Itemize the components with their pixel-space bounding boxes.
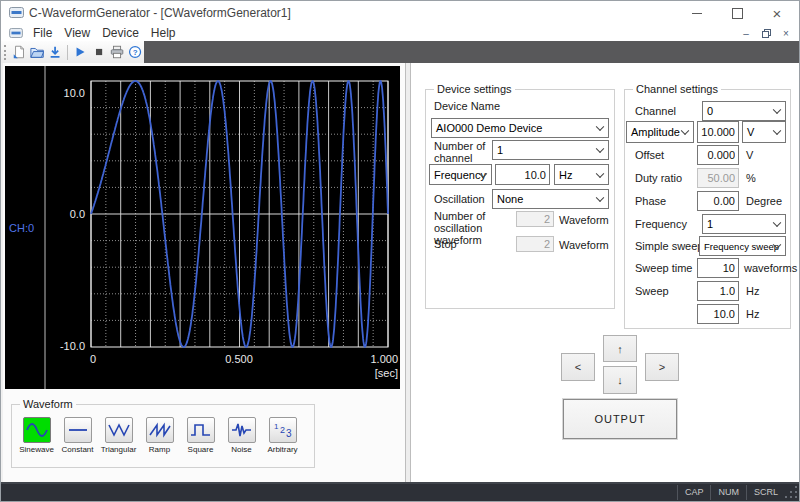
maximize-button[interactable] xyxy=(717,1,757,25)
triangular-button[interactable] xyxy=(105,417,133,443)
import-file-icon[interactable] xyxy=(48,44,62,60)
phase-label: Phase xyxy=(635,195,666,207)
stop-input xyxy=(516,236,554,252)
amplitude-mode-value: Amplitude xyxy=(631,126,680,138)
stop-icon[interactable] xyxy=(92,44,106,60)
maximize-icon xyxy=(732,8,743,19)
amplitude-unit-select[interactable]: V xyxy=(742,121,786,143)
number-of-channel-value: 1 xyxy=(497,144,503,156)
chevron-down-icon xyxy=(596,145,604,153)
chevron-down-icon xyxy=(596,123,604,131)
pan-left-button[interactable]: < xyxy=(561,353,595,381)
print-icon[interactable] xyxy=(110,44,124,60)
sweep-start-input[interactable] xyxy=(697,281,739,301)
square-wave-icon xyxy=(189,421,213,439)
amplitude-mode-select[interactable]: Amplitude xyxy=(626,121,694,143)
resize-grip[interactable] xyxy=(785,485,799,500)
stop-unit: Waveform xyxy=(559,239,609,251)
sweep-end-input[interactable] xyxy=(697,304,739,324)
device-name-select[interactable]: AIO000 Demo Device xyxy=(431,118,609,138)
toolbar-grip[interactable] xyxy=(4,45,6,60)
scroll-lock-indicator: SCRL xyxy=(746,485,785,500)
noise-button[interactable] xyxy=(228,417,256,443)
frequency-mode-value: Frequency xyxy=(434,169,486,181)
channel-label: Channel xyxy=(635,105,676,117)
minimize-icon xyxy=(692,13,702,14)
oscillation-label: Oscillation xyxy=(434,193,485,205)
channel-settings-title: Channel settings xyxy=(633,83,721,95)
simple-sweep-select[interactable]: Frequency sweep xyxy=(699,236,786,256)
channel-settings-group: Channel settings Channel 0 Amplitude V O… xyxy=(624,89,791,329)
menu-device[interactable]: Device xyxy=(96,25,145,41)
sinewave-button[interactable] xyxy=(23,417,51,443)
menu-view[interactable]: View xyxy=(58,25,96,41)
chevron-down-icon xyxy=(596,169,604,177)
channel-frequency-select[interactable]: 1 xyxy=(702,214,786,234)
x-unit-label: [sec] xyxy=(375,367,398,379)
chevron-down-icon xyxy=(681,127,689,135)
noise-wave-icon xyxy=(230,421,254,439)
offset-input[interactable] xyxy=(697,145,739,165)
frequency-input[interactable] xyxy=(495,164,550,185)
sweep-time-input[interactable] xyxy=(697,258,739,278)
channel-select[interactable]: 0 xyxy=(702,101,786,121)
offset-label: Offset xyxy=(635,149,664,161)
mdi-restore-button[interactable] xyxy=(758,27,774,40)
oscillation-waveform-input xyxy=(516,211,554,227)
menu-file[interactable]: File xyxy=(27,25,58,41)
ramp-button[interactable] xyxy=(146,417,174,443)
waveform-group: Waveform Sinewave Co xyxy=(11,404,315,468)
mdi-close-button[interactable]: × xyxy=(778,27,794,40)
pan-right-button[interactable]: > xyxy=(645,353,679,381)
close-button[interactable]: × xyxy=(757,1,797,25)
sinewave-label: Sinewave xyxy=(19,445,54,454)
pan-down-button[interactable]: ↓ xyxy=(603,366,637,394)
svg-text:?: ? xyxy=(132,48,137,57)
number-of-channel-select[interactable]: 1 xyxy=(492,140,609,160)
waveform-group-title: Waveform xyxy=(20,398,76,410)
waveform-display-pane: CH:0 10.0 0.0 -10.0 0 0.500 1.000 [sec] … xyxy=(3,63,405,484)
channel-label: CH:0 xyxy=(9,222,34,234)
settings-pane: Device settings Device Name AIO000 Demo … xyxy=(411,63,799,484)
phase-input[interactable] xyxy=(697,191,739,211)
square-label: Square xyxy=(188,445,214,454)
chevron-down-icon xyxy=(773,106,781,114)
frequency-unit-select[interactable]: Hz xyxy=(554,164,609,185)
toolbar: ? xyxy=(1,41,144,63)
noise-label: Noise xyxy=(231,445,251,454)
pan-up-button[interactable]: ↑ xyxy=(603,335,637,362)
oscillation-select[interactable]: None xyxy=(492,189,609,209)
device-name-label: Device Name xyxy=(434,100,500,112)
window-title: C-WaveformGenerator - [CWaveformGenerato… xyxy=(29,6,291,20)
y-tick-min: -10.0 xyxy=(60,340,85,352)
open-file-icon[interactable] xyxy=(30,44,44,60)
channel-value: 0 xyxy=(707,105,713,117)
amplitude-input[interactable] xyxy=(697,121,739,143)
app-icon xyxy=(9,7,24,18)
output-button[interactable]: OUTPUT xyxy=(563,399,677,439)
sweep-time-unit: waveforms xyxy=(744,262,797,274)
new-file-icon[interactable] xyxy=(12,44,26,60)
chevron-down-icon xyxy=(596,194,604,202)
constant-button[interactable] xyxy=(64,417,92,443)
menu-help[interactable]: Help xyxy=(145,25,182,41)
sweep-end-unit: Hz xyxy=(746,308,759,320)
help-icon[interactable]: ? xyxy=(128,44,142,60)
app-window: C-WaveformGenerator - [CWaveformGenerato… xyxy=(0,0,800,502)
document-icon xyxy=(9,28,23,38)
status-bar: CAP NUM SCRL xyxy=(1,482,799,501)
frequency-mode-select[interactable]: Frequency xyxy=(429,164,492,185)
device-settings-title: Device settings xyxy=(434,83,515,95)
svg-text:1: 1 xyxy=(274,422,279,431)
play-icon[interactable] xyxy=(73,44,87,60)
amplitude-unit-value: V xyxy=(747,126,754,138)
arbitrary-button[interactable]: 1 2 3 xyxy=(269,417,297,443)
square-button[interactable] xyxy=(187,417,215,443)
x-tick-0: 0 xyxy=(90,353,96,365)
y-tick-max: 10.0 xyxy=(64,87,85,99)
minimize-button[interactable] xyxy=(677,1,717,25)
num-lock-indicator: NUM xyxy=(710,485,746,500)
chevron-down-icon xyxy=(773,127,781,135)
stop-label: Stop xyxy=(434,238,457,250)
mdi-minimize-button[interactable]: – xyxy=(738,27,754,40)
